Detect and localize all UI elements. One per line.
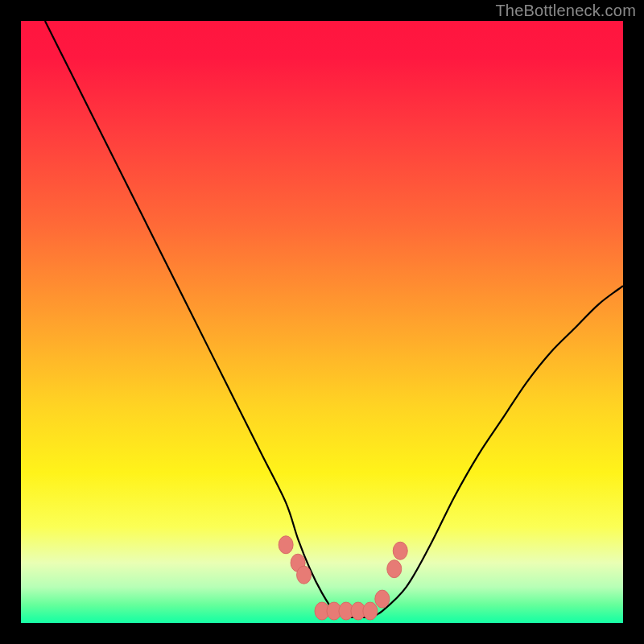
plot-area: [21, 21, 623, 623]
chart-svg: [21, 21, 623, 623]
chart-frame: TheBottleneck.com: [0, 0, 644, 644]
highlight-dot: [393, 542, 407, 559]
highlight-markers: [279, 536, 407, 620]
watermark-text: TheBottleneck.com: [495, 2, 636, 20]
bottleneck-curve: [45, 21, 623, 617]
highlight-dot: [297, 566, 312, 584]
highlight-dot: [375, 590, 390, 608]
highlight-dot: [387, 560, 402, 578]
highlight-dot: [363, 602, 378, 620]
highlight-dot: [279, 536, 293, 554]
